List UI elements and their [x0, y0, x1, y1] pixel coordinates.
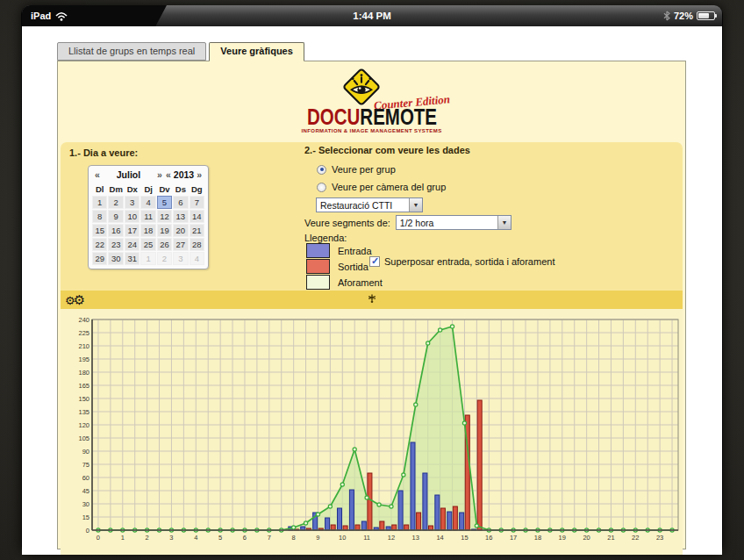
svg-text:3: 3: [169, 534, 173, 542]
calendar-day[interactable]: 11: [140, 210, 155, 223]
svg-text:165: 165: [78, 382, 89, 390]
calendar-day[interactable]: 24: [125, 238, 140, 251]
calendar-day[interactable]: 4: [140, 196, 155, 209]
tab-veure-grafiques[interactable]: Veure gràfiques: [209, 42, 304, 61]
segments-label: Veure segments de:: [304, 218, 390, 228]
legend-title: Llegenda:: [304, 233, 347, 243]
calendar-day[interactable]: 12: [157, 210, 172, 223]
svg-text:240: 240: [78, 316, 89, 324]
calendar-dayname: Dx: [125, 183, 140, 195]
calendar-day[interactable]: 10: [125, 210, 140, 223]
calendar-day[interactable]: 20: [173, 224, 188, 237]
svg-text:10: 10: [339, 534, 346, 542]
calendar-year-label: 2013: [173, 169, 195, 180]
calendar-day[interactable]: 16: [108, 224, 124, 237]
svg-text:23: 23: [656, 534, 663, 542]
svg-text:6: 6: [243, 534, 247, 542]
radio-label: Veure per grup: [332, 164, 396, 175]
svg-text:30: 30: [82, 500, 89, 508]
chart-section: 0153045607590105120135150165180195210225…: [61, 309, 683, 555]
svg-text:19: 19: [559, 534, 566, 542]
calendar-day[interactable]: 19: [157, 224, 172, 237]
chart-legend: EntradaSortidaAforament: [306, 243, 383, 291]
svg-text:11: 11: [363, 534, 370, 542]
calendar-day[interactable]: 29: [92, 252, 107, 265]
calendar-day[interactable]: 7: [190, 196, 204, 209]
svg-text:18: 18: [534, 534, 541, 542]
calendar-dayname: Dg: [190, 183, 204, 195]
overlay-checkbox[interactable]: [369, 256, 380, 267]
calendar-day[interactable]: 22: [92, 238, 107, 251]
wifi-icon: [55, 11, 68, 21]
calendar-day[interactable]: 1: [92, 196, 107, 209]
legend-swatch: [306, 243, 330, 258]
group-select[interactable]: Restauració CTTI ▼: [316, 197, 423, 212]
controls-section: 1.- Dia a veure: « Juliol » « 2013 » DlD…: [61, 142, 683, 291]
calendar-day[interactable]: 6: [173, 196, 188, 209]
svg-text:9: 9: [316, 534, 319, 542]
svg-text:2: 2: [146, 534, 149, 542]
calendar-day[interactable]: 17: [125, 224, 140, 237]
date-picker: « Juliol » « 2013 » DlDmDxDjDvDsDg 12345…: [88, 165, 209, 269]
svg-text:225: 225: [78, 329, 89, 337]
calendar-day[interactable]: 25: [140, 238, 155, 251]
legend-item: Aforament: [306, 275, 383, 291]
legend-label: Aforament: [330, 277, 383, 288]
status-bar: iPad 1:44 PM 72%: [22, 5, 722, 26]
svg-text:13: 13: [412, 534, 419, 542]
calendar-day[interactable]: 1: [140, 252, 155, 265]
brand-remote: REMOTE: [360, 104, 437, 129]
calendar-dayname: Dl: [92, 183, 107, 195]
calendar-day[interactable]: 2: [108, 196, 124, 209]
battery-percent: 72%: [674, 11, 693, 21]
calendar-day[interactable]: 3: [173, 252, 188, 265]
radio-veure-per-camera[interactable]: Veure per càmera del grup: [317, 182, 446, 192]
segments-select[interactable]: 1/2 hora ▼: [396, 215, 512, 230]
svg-text:120: 120: [78, 421, 89, 429]
calendar-day[interactable]: 30: [108, 252, 124, 265]
svg-text:195: 195: [78, 355, 89, 363]
svg-text:1: 1: [121, 534, 125, 542]
calendar-prev-year-button[interactable]: «: [164, 169, 173, 180]
calendar-day[interactable]: 18: [140, 224, 155, 237]
calendar-day[interactable]: 2: [157, 252, 172, 265]
svg-text:15: 15: [82, 513, 89, 521]
calendar-day[interactable]: 26: [157, 238, 172, 251]
radio-button[interactable]: [317, 165, 326, 175]
tab-llistat-grups[interactable]: Llistat de grups en temps real: [57, 42, 206, 61]
device-label: iPad: [31, 11, 51, 21]
overlay-checkbox-row[interactable]: Superposar entrada, sortida i aforament: [369, 256, 554, 267]
radio-button[interactable]: [317, 183, 326, 192]
calendar-day[interactable]: 31: [125, 252, 140, 265]
calendar-day[interactable]: 5: [157, 196, 172, 209]
calendar-day[interactable]: 9: [108, 210, 124, 223]
svg-text:105: 105: [78, 434, 89, 442]
calendar-day[interactable]: 27: [173, 238, 188, 251]
calendar-day[interactable]: 8: [92, 210, 107, 223]
calendar-next-year-button[interactable]: »: [195, 169, 204, 180]
collapse-panel-icon[interactable]: [367, 294, 376, 304]
radio-veure-per-grup[interactable]: Veure per grup: [317, 164, 396, 175]
calendar-day[interactable]: 15: [92, 224, 107, 237]
svg-text:20: 20: [583, 534, 590, 542]
segments-select-value: 1/2 hora: [397, 216, 497, 229]
svg-text:60: 60: [82, 474, 89, 482]
svg-text:0: 0: [86, 527, 89, 535]
calendar-day[interactable]: 3: [125, 196, 140, 209]
svg-text:150: 150: [78, 395, 89, 403]
settings-gear-icon[interactable]: ⚙: [74, 294, 85, 306]
chart-toolbar: ⚙ ⚙: [61, 291, 683, 309]
calendar-next-month-button[interactable]: »: [155, 169, 164, 180]
calendar-day[interactable]: 4: [190, 252, 204, 265]
calendar-grid: DlDmDxDjDvDsDg 1234567891011121314151617…: [91, 183, 205, 266]
legend-swatch: [306, 259, 330, 274]
calendar-day[interactable]: 28: [190, 238, 204, 251]
calendar-prev-month-button[interactable]: «: [93, 169, 102, 180]
calendar-day[interactable]: 13: [173, 210, 188, 223]
bluetooth-icon: [663, 11, 670, 21]
tab-bar: Llistat de grups en temps real Veure grà…: [57, 41, 722, 61]
calendar-day[interactable]: 21: [190, 224, 204, 237]
calendar-day[interactable]: 23: [108, 238, 124, 251]
chevron-down-icon: ▼: [497, 216, 511, 229]
calendar-day[interactable]: 14: [190, 210, 204, 223]
